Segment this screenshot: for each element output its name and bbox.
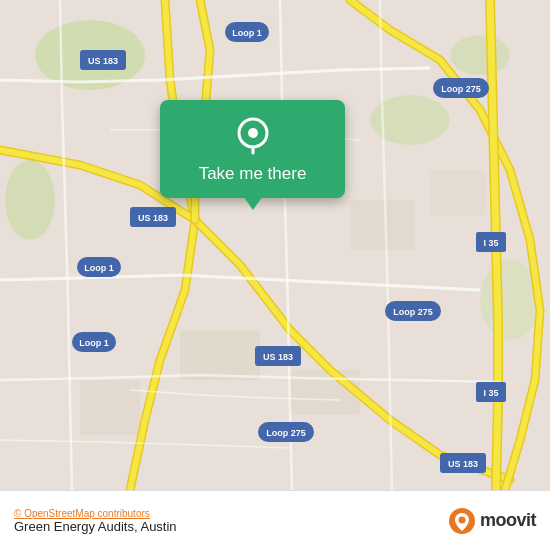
svg-text:Loop 275: Loop 275 [266, 428, 306, 438]
svg-text:US 183: US 183 [263, 352, 293, 362]
svg-text:Loop 1: Loop 1 [84, 263, 114, 273]
svg-text:US 183: US 183 [448, 459, 478, 469]
bottom-bar: © OpenStreetMap contributors Green Energ… [0, 490, 550, 550]
svg-rect-8 [80, 380, 140, 435]
svg-rect-6 [180, 330, 260, 380]
svg-text:US 183: US 183 [88, 56, 118, 66]
svg-text:Loop 1: Loop 1 [232, 28, 262, 38]
svg-text:I 35: I 35 [483, 238, 498, 248]
svg-text:Loop 275: Loop 275 [441, 84, 481, 94]
svg-rect-7 [290, 370, 360, 415]
svg-point-3 [450, 35, 510, 75]
svg-text:Loop 275: Loop 275 [393, 307, 433, 317]
moovit-text: moovit [480, 510, 536, 531]
svg-rect-10 [430, 170, 485, 215]
svg-point-38 [458, 516, 465, 523]
bottom-left-info: © OpenStreetMap contributors Green Energ… [14, 508, 177, 534]
svg-rect-9 [350, 200, 415, 250]
svg-text:US 183: US 183 [138, 213, 168, 223]
moovit-pin-icon [448, 507, 476, 535]
location-pin-icon [233, 116, 273, 156]
map-container[interactable]: US 183 Loop 1 Loop 275 US 183 Loop 1 I 3… [0, 0, 550, 490]
popup-label: Take me there [199, 164, 307, 184]
svg-point-4 [5, 160, 55, 240]
moovit-logo: moovit [448, 507, 536, 535]
popup-card[interactable]: Take me there [160, 100, 345, 198]
location-label: Green Energy Audits, Austin [14, 519, 177, 534]
svg-text:I 35: I 35 [483, 388, 498, 398]
svg-text:Loop 1: Loop 1 [79, 338, 109, 348]
osm-link[interactable]: OpenStreetMap contributors [24, 508, 150, 519]
osm-credit: © OpenStreetMap contributors [14, 508, 177, 519]
svg-point-36 [248, 128, 258, 138]
